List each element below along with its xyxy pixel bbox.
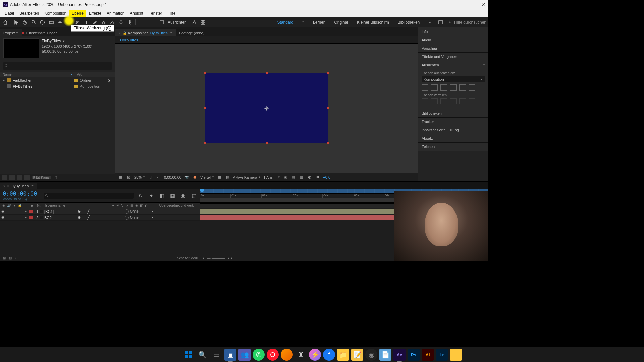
notepad-icon[interactable]: 📄 xyxy=(379,349,391,361)
timeline-search[interactable] xyxy=(44,193,134,199)
transparency-grid-icon[interactable]: ▧ xyxy=(126,175,131,180)
hide-shy-icon[interactable]: ◧ xyxy=(159,193,165,199)
menu-hilfe[interactable]: Hilfe xyxy=(165,10,178,17)
viewer-timecode[interactable]: 0:00:00:00 xyxy=(164,175,181,179)
menu-ansicht[interactable]: Ansicht xyxy=(127,10,146,17)
fast-preview-icon[interactable]: ▦ xyxy=(217,175,222,180)
anchor-point-icon[interactable] xyxy=(264,106,269,111)
camera-dropdown[interactable]: Aktive Kamera▼ xyxy=(233,175,261,179)
panel-bibliotheken[interactable]: Bibliotheken xyxy=(418,109,488,118)
layer-visibility-icon[interactable]: ◉ xyxy=(1,209,6,214)
adjust-exposure-icon[interactable]: ◐ xyxy=(307,175,312,180)
new-comp-icon[interactable] xyxy=(17,175,22,180)
eye-col-icon[interactable]: ◉ xyxy=(1,203,6,208)
parent-dropdown[interactable]: Ohne▼ xyxy=(130,209,154,213)
panel-toggle-icon[interactable] xyxy=(437,19,444,26)
maximize-button[interactable] xyxy=(470,2,475,7)
panel-audio[interactable]: Audio xyxy=(418,36,488,44)
project-row-folder[interactable]: ▶Farbflächen Ordner𝓢 xyxy=(0,77,115,83)
zoom-dropdown[interactable]: 25%▼ xyxy=(134,175,145,179)
timeline-icon[interactable]: ▤ xyxy=(225,175,230,180)
messenger-icon[interactable]: ⚡ xyxy=(309,349,321,361)
toggle-switches-icon[interactable]: ⊞ xyxy=(2,256,7,261)
workspace-original[interactable]: Original xyxy=(332,20,350,25)
firefox-icon[interactable] xyxy=(281,349,293,361)
timeline-tab[interactable]: × FlyByTitles ≡ xyxy=(0,183,37,189)
solo-col-icon[interactable]: ● xyxy=(12,203,17,208)
menu-ebene[interactable]: Ebene xyxy=(69,10,86,17)
align-top-icon[interactable] xyxy=(450,84,457,90)
footage-tab[interactable]: Footage (ohne) xyxy=(176,29,208,36)
panel-vorschau[interactable]: Vorschau xyxy=(418,44,488,53)
panel-zeichen[interactable]: Zeichen xyxy=(418,143,488,151)
obs-icon[interactable]: ◉ xyxy=(365,349,377,361)
align-vcenter-icon[interactable] xyxy=(459,84,466,90)
snapshot-icon[interactable]: 📷 xyxy=(184,175,190,180)
always-preview-icon[interactable]: ▦ xyxy=(118,175,123,180)
draft3d-icon[interactable]: ✦ xyxy=(148,193,154,199)
view1-icon[interactable]: ▣ xyxy=(283,175,288,180)
hand-tool-icon[interactable] xyxy=(22,19,29,26)
puppet-tool-icon[interactable] xyxy=(126,19,133,26)
parent-dropdown[interactable]: Ohne▼ xyxy=(130,216,154,219)
comp-mini-flowchart-icon[interactable]: ⎌ xyxy=(137,193,143,199)
menu-fenster[interactable]: Fenster xyxy=(146,10,165,17)
camera-tool-icon[interactable] xyxy=(48,19,55,26)
menu-effekte[interactable]: Effekte xyxy=(86,10,104,17)
comp-canvas[interactable] xyxy=(205,73,328,143)
roto-tool-icon[interactable] xyxy=(118,19,124,26)
roi-icon[interactable]: ▭ xyxy=(156,175,161,180)
menu-animation[interactable]: Animation xyxy=(104,10,127,17)
after-effects-taskbar-icon[interactable]: Ae xyxy=(393,349,406,361)
workspace-menu-icon[interactable]: ≡ xyxy=(300,20,306,24)
pickwhip-icon[interactable] xyxy=(125,216,129,220)
interpret-footage-icon[interactable] xyxy=(2,175,7,180)
explorer-icon[interactable]: ▣ xyxy=(224,349,236,361)
home-icon[interactable] xyxy=(2,19,9,26)
menu-datei[interactable]: Datei xyxy=(2,10,17,17)
motion-blur-icon[interactable]: ◉ xyxy=(180,193,186,199)
playhead[interactable] xyxy=(202,189,202,202)
teams-icon[interactable]: 👥 xyxy=(238,349,251,361)
panel-tracker[interactable]: Tracker xyxy=(418,118,488,126)
align-bottom-icon[interactable] xyxy=(469,84,475,90)
adjust-icon[interactable] xyxy=(24,175,30,180)
search-taskbar-icon[interactable]: 🔍 xyxy=(196,349,208,361)
layer-expand-icon[interactable]: ▶ xyxy=(25,210,28,213)
resolution-icon[interactable]: ▯ xyxy=(148,175,153,180)
workspace-lernen[interactable]: Lernen xyxy=(311,20,327,25)
align-left-icon[interactable] xyxy=(422,84,428,90)
pan-behind-tool-icon[interactable] xyxy=(57,19,63,26)
workspace-kleiner[interactable]: Kleiner Bildschirm xyxy=(355,20,391,25)
panel-absatz[interactable]: Absatz xyxy=(418,134,488,143)
selection-tool-icon[interactable] xyxy=(13,19,20,26)
panel-info[interactable]: Info xyxy=(418,27,488,36)
app-icon-1[interactable]: ♜ xyxy=(295,349,307,361)
switches-modes-label[interactable]: Schalter/Modi xyxy=(177,256,198,260)
zoom-tool-icon[interactable] xyxy=(31,19,37,26)
comp-breadcrumb[interactable]: FlyByTitles xyxy=(115,36,418,44)
layer-visibility-icon[interactable]: ◉ xyxy=(1,215,6,220)
frame-blend-icon[interactable]: ▦ xyxy=(169,193,175,199)
start-button[interactable] xyxy=(182,349,194,361)
timeline-zoom[interactable]: ▲—○————▲▲ xyxy=(202,256,233,260)
graph-editor-icon[interactable]: ▧ xyxy=(191,193,197,199)
files-icon[interactable]: 📁 xyxy=(337,349,349,361)
minimize-button[interactable] xyxy=(460,2,464,7)
layer-row-1[interactable]: ◉ ▶ 1 [BG1] ⊕╱ Ohne▼ xyxy=(0,208,200,215)
views-dropdown[interactable]: 1 Ansi...▼ xyxy=(263,175,280,179)
composition-viewer[interactable] xyxy=(115,44,418,173)
illustrator-taskbar-icon[interactable]: Ai xyxy=(422,349,434,361)
speaker-col-icon[interactable]: 🔊 xyxy=(7,203,11,208)
channel-icon[interactable]: ⬣ xyxy=(192,175,198,180)
panel-inhaltsbasierte-fuellung[interactable]: Inhaltsbasierte Füllung xyxy=(418,126,488,134)
photoshop-taskbar-icon[interactable]: Ps xyxy=(408,349,420,361)
orbit-tool-icon[interactable] xyxy=(39,19,46,26)
project-row-comp[interactable]: FlyByTitles Komposition xyxy=(0,83,115,89)
menu-komposition[interactable]: Komposition xyxy=(42,10,69,17)
label-col-icon[interactable]: ◆ xyxy=(30,203,34,208)
whatsapp-icon[interactable]: ✆ xyxy=(253,349,265,361)
panel-ausrichten[interactable]: Ausrichten≡ xyxy=(418,61,488,69)
menu-bearbeiten[interactable]: Bearbeiten xyxy=(17,10,42,17)
comp-tab-lock-icon[interactable]: 🔒 xyxy=(123,31,127,35)
